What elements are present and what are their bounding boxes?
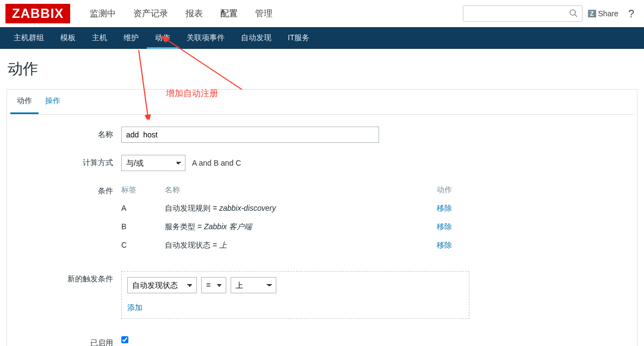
share-button[interactable]: Z Share — [588, 9, 618, 18]
subnav-actions[interactable]: 动作 — [147, 28, 178, 49]
cond-tag: C — [121, 241, 165, 250]
header: ZABBIX 监测中 资产记录 报表 配置 管理 Z Share ? — [0, 0, 644, 27]
remove-link[interactable]: 移除 — [437, 204, 452, 212]
enabled-checkbox[interactable] — [121, 336, 128, 343]
tab-action[interactable]: 动作 — [10, 90, 39, 114]
nav-administration[interactable]: 管理 — [246, 2, 281, 26]
cond-header-name: 名称 — [165, 185, 437, 195]
header-right: Z Share ? — [463, 5, 639, 22]
subnav-hosts[interactable]: 主机 — [84, 28, 115, 48]
cond-name: 服务类型 = Zabbix 客户端 — [165, 222, 437, 232]
subnav-discovery[interactable]: 自动发现 — [233, 28, 280, 48]
calc-expression: A and B and C — [192, 159, 241, 167]
newcond-field-select[interactable]: 自动发现状态 — [127, 277, 197, 293]
cond-header-action: 动作 — [437, 185, 469, 195]
main-nav: 监测中 资产记录 报表 配置 管理 — [81, 2, 281, 26]
cond-header-tag: 标签 — [121, 185, 165, 195]
subnav-maintenance[interactable]: 维护 — [115, 28, 147, 48]
page-title: 动作 — [0, 49, 644, 89]
newcond-area: 自动发现状态 = 上 添加 — [121, 271, 469, 319]
newcond-value-select[interactable]: 上 — [231, 277, 276, 293]
cond-tag: A — [121, 204, 165, 213]
help-button[interactable]: ? — [628, 8, 634, 20]
newcond-op-select[interactable]: = — [201, 277, 226, 293]
table-row: B 服务类型 = Zabbix 客户端 移除 — [121, 218, 469, 236]
table-row: A 自动发现规则 = zabbix-discovery 移除 — [121, 199, 469, 218]
remove-link[interactable]: 移除 — [437, 241, 452, 249]
calc-label: 计算方式 — [7, 155, 121, 168]
logo: ZABBIX — [5, 4, 70, 23]
cond-name: 自动发现状态 = 上 — [165, 241, 437, 250]
add-condition-link[interactable]: 添加 — [127, 303, 143, 313]
row-name: 名称 — [7, 127, 637, 143]
row-newcond: 新的触发条件 自动发现状态 = 上 添加 — [7, 271, 637, 319]
content-box: 动作 操作 名称 计算方式 与/或 A and B and C 条件 标签 名称… — [7, 89, 637, 346]
share-z-icon: Z — [588, 10, 596, 17]
nav-monitoring[interactable]: 监测中 — [81, 2, 125, 26]
subnav-templates[interactable]: 模板 — [52, 28, 84, 48]
nav-inventory[interactable]: 资产记录 — [125, 2, 177, 26]
cond-name: 自动发现规则 = zabbix-discovery — [165, 204, 437, 213]
tabs: 动作 操作 — [10, 90, 634, 115]
conditions-table: 标签 名称 动作 A 自动发现规则 = zabbix-discovery 移除 … — [121, 183, 469, 255]
name-label: 名称 — [7, 127, 121, 140]
sub-nav: 主机群组 模板 主机 维护 动作 关联项事件 自动发现 IT服务 — [0, 27, 644, 49]
row-calc: 计算方式 与/或 A and B and C — [7, 155, 637, 171]
table-row: C 自动发现状态 = 上 移除 — [121, 236, 469, 255]
nav-reports[interactable]: 报表 — [177, 2, 212, 26]
subnav-itservices[interactable]: IT服务 — [280, 28, 318, 48]
tab-operations[interactable]: 操作 — [39, 90, 67, 114]
search-icon — [569, 9, 578, 19]
row-conditions: 条件 标签 名称 动作 A 自动发现规则 = zabbix-discovery … — [7, 183, 637, 255]
subnav-correlation[interactable]: 关联项事件 — [178, 28, 233, 48]
svg-point-0 — [570, 10, 575, 15]
newcond-label: 新的触发条件 — [7, 271, 121, 284]
enabled-label: 已启用 — [7, 335, 121, 346]
remove-link[interactable]: 移除 — [437, 222, 452, 231]
row-enabled: 已启用 — [7, 335, 637, 346]
share-label: Share — [598, 9, 618, 18]
nav-configuration[interactable]: 配置 — [212, 2, 246, 26]
name-input[interactable] — [121, 127, 379, 143]
search-input[interactable] — [463, 5, 583, 22]
cond-label: 条件 — [7, 183, 121, 196]
svg-line-1 — [575, 15, 577, 17]
calc-select[interactable]: 与/或 — [121, 155, 185, 171]
cond-tag: B — [121, 222, 165, 232]
subnav-hostgroups[interactable]: 主机群组 — [5, 28, 52, 48]
